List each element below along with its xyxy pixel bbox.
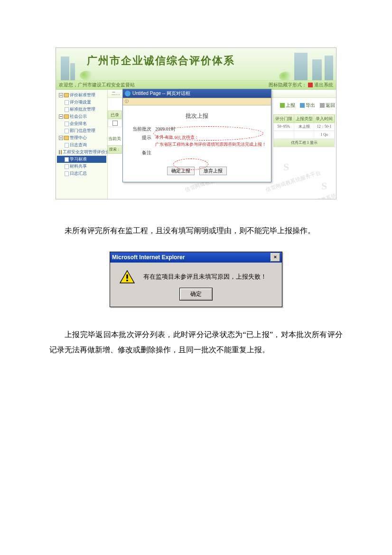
remark-input[interactable] — [155, 150, 266, 156]
folder-icon — [64, 136, 69, 140]
folder-icon — [61, 150, 62, 154]
sidebar-item-selected[interactable]: 学习标准 — [57, 156, 106, 163]
col-header: 录入时间 — [314, 115, 335, 122]
score-table: 评分门限 上报类型 录入时间 50~95% 未上报 12：50-1 1 Qo 优… — [273, 114, 335, 147]
dialog-body: 批次上报 当前批次 2009.01时 提示 本月 有效 601 次待查： 广东省… — [123, 105, 271, 182]
filter-strip: 已录 当前关 搜索： — [108, 111, 122, 154]
filter-label: 当前关 — [108, 136, 122, 143]
page-icon — [65, 100, 69, 105]
layout-hint: 图标隐藏字形式： — [269, 82, 307, 88]
dialog-titlebar[interactable]: Untitled Page -- 网页对话框 — [123, 89, 271, 98]
exit-button[interactable]: 退出系统 — [314, 82, 333, 88]
page-icon — [65, 171, 69, 176]
confirm-upload-button[interactable]: 确定上报 — [167, 167, 195, 175]
page-icon — [65, 129, 69, 133]
search-label: 搜索： — [108, 145, 122, 154]
col-header: 已录 — [108, 111, 122, 119]
dialog-titlebar[interactable]: Microsoft Internet Explorer × — [110, 252, 282, 263]
page-icon — [65, 143, 69, 148]
collapse-icon[interactable] — [59, 136, 63, 140]
table-row[interactable]: 1 Qo — [273, 131, 335, 139]
table-footer: 优秀工程 3 显示 — [273, 139, 335, 147]
watermark-text: 信管网成教系统服务平台 — [300, 186, 336, 199]
upload-button[interactable]: 上报 — [280, 102, 295, 109]
dialog-addressbar: Ⓘ — [123, 98, 271, 105]
collapse-icon[interactable] — [59, 93, 63, 97]
sidebar-item[interactable]: 企业排名 — [57, 120, 106, 127]
watermark-logo: S — [321, 180, 327, 192]
body-paragraph: 未所有评完所有在监工程，且没有填写阐明或理由，则不能完毕上报操作。 — [49, 223, 343, 238]
close-icon[interactable]: × — [271, 253, 280, 262]
back-button[interactable]: 返回 — [320, 102, 335, 109]
collapse-icon[interactable] — [59, 150, 60, 154]
page-icon — [65, 157, 69, 162]
col-header: 上报类型 — [294, 115, 315, 122]
sidebar-item[interactable]: 部门信息管理 — [57, 127, 106, 134]
nav-sidebar: 评价标准管理 评分项设置 标准批次管理 社会公示 企业排名 部门信息管理 管理中… — [56, 90, 108, 199]
upload-icon — [280, 103, 285, 108]
checkbox-icon[interactable] — [112, 121, 118, 126]
ie-icon — [125, 91, 131, 96]
exit-icon[interactable] — [308, 83, 313, 87]
field-label: 备注 — [132, 150, 155, 156]
app-banner: 广州市企业诚信综合评价体系 — [56, 48, 336, 81]
body-paragraph: 上报完毕返回本批次评分列表，此时评分记录状态为“已上报”，对本批次所有评分记录无… — [49, 327, 343, 357]
sidebar-item[interactable]: 日志汇总 — [57, 170, 106, 177]
app-screenshot: 广州市企业诚信综合评价体系 欢迎您，广州市建设工程安全监督站 图标隐藏字形式： … — [56, 47, 336, 199]
export-icon — [300, 103, 305, 108]
sidebar-item[interactable]: 评分项设置 — [57, 99, 106, 106]
folder-icon — [64, 93, 69, 97]
ie-alert-dialog: Microsoft Internet Explorer × 有在监项目未参评且未… — [110, 252, 282, 307]
folder-icon — [64, 114, 69, 119]
row-checkbox[interactable] — [108, 119, 122, 127]
col-header: 评分门限 — [274, 115, 294, 122]
field-label: 当前批次 — [132, 126, 155, 132]
sidebar-item[interactable]: 材料共享 — [57, 163, 106, 170]
app-title: 广州市企业诚信综合评价体系 — [87, 54, 235, 68]
svg-rect-1 — [126, 274, 128, 279]
action-toolbar: 上报 导出 返回 — [280, 102, 335, 109]
warning-text: 本月 有效 601 次待查： 广东省区工程尚未参与评价请填写原因否则无法完成上报… — [155, 134, 266, 148]
watermark-text: 信管网成教系统服务平台 — [265, 169, 322, 194]
page-icon — [65, 164, 69, 169]
batch-upload-dialog: Untitled Page -- 网页对话框 Ⓘ 批次上报 当前批次 2009.… — [122, 89, 271, 182]
page-icon — [65, 107, 69, 112]
sidebar-item[interactable]: 管理中心 — [57, 134, 106, 141]
sidebar-item[interactable]: 标准批次管理 — [57, 106, 106, 113]
export-button[interactable]: 导出 — [300, 102, 315, 109]
sidebar-item[interactable]: 工程安全文明管理评价业务 — [57, 149, 106, 156]
ok-button[interactable]: 确定 — [180, 288, 212, 300]
back-icon — [320, 103, 325, 108]
table-header: 评分门限 上报类型 录入时间 — [273, 114, 335, 123]
sidebar-item[interactable]: 社会公示 — [57, 113, 106, 120]
cancel-upload-button[interactable]: 放弃上报 — [199, 167, 227, 175]
svg-rect-2 — [126, 280, 128, 281]
dialog-heading: 批次上报 — [123, 109, 271, 125]
warning-icon — [120, 270, 135, 283]
dialog-title-text: Microsoft Internet Explorer — [112, 254, 185, 261]
dialog-title-text: Untitled Page -- 网页对话框 — [132, 90, 190, 97]
watermark-logo: S — [283, 161, 289, 173]
welcome-text: 欢迎您，广州市建设工程安全监督站 — [59, 82, 135, 88]
table-row[interactable]: 50~95% 未上报 12：50-1 — [273, 123, 335, 131]
field-label: 提示 — [132, 134, 155, 148]
sidebar-item[interactable]: 评价标准管理 — [57, 92, 106, 99]
collapse-icon[interactable] — [59, 114, 63, 119]
alert-message: 有在监项目未参评且未填写原因，上报失败！ — [143, 273, 267, 281]
page-icon — [65, 122, 69, 126]
sidebar-item[interactable]: 日志查询 — [57, 141, 106, 149]
field-value: 2009.01时 — [155, 126, 266, 132]
